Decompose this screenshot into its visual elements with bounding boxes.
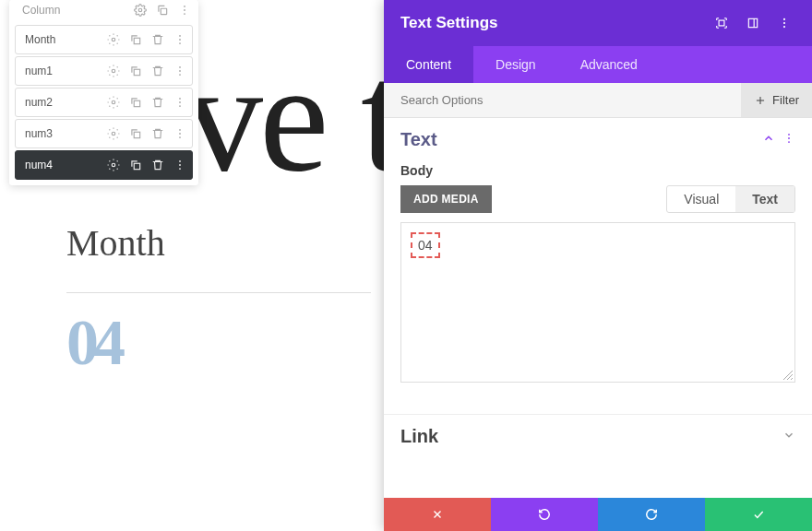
save-button[interactable]: [705, 498, 812, 531]
section-title-text: Text: [400, 129, 762, 150]
svg-point-36: [783, 22, 785, 24]
more-icon[interactable]: [172, 94, 188, 111]
duplicate-icon[interactable]: [127, 125, 144, 142]
svg-rect-33: [748, 18, 757, 27]
svg-point-41: [788, 137, 790, 139]
svg-point-27: [179, 160, 181, 162]
svg-point-29: [179, 168, 181, 170]
duplicate-icon[interactable]: [154, 2, 171, 18]
gear-icon[interactable]: [105, 125, 122, 142]
layer-row-num1[interactable]: num1: [15, 56, 193, 86]
tab-design[interactable]: Design: [473, 46, 558, 83]
svg-point-23: [179, 133, 181, 135]
svg-point-7: [179, 35, 181, 37]
resize-handle-icon[interactable]: [783, 371, 793, 380]
duplicate-icon[interactable]: [127, 31, 144, 48]
body-editor[interactable]: 04: [400, 222, 795, 383]
editor-tab-toggle: Visual Text: [666, 185, 795, 213]
month-number-display[interactable]: 04: [66, 306, 371, 380]
layers-panel: Column Month num1 num2: [9, 0, 198, 185]
layer-row-num4[interactable]: num4: [15, 150, 193, 180]
svg-rect-1: [161, 8, 166, 14]
trash-icon[interactable]: [149, 63, 166, 79]
svg-rect-16: [134, 100, 139, 106]
svg-point-10: [112, 69, 115, 73]
redo-button[interactable]: [598, 498, 705, 531]
svg-point-4: [184, 13, 185, 15]
svg-point-5: [112, 38, 115, 41]
page-content: Month 04: [66, 221, 371, 380]
add-media-button[interactable]: ADD MEDIA: [400, 185, 492, 213]
layers-column-header: Column: [9, 0, 198, 23]
discard-button[interactable]: [384, 498, 491, 531]
svg-point-15: [112, 100, 115, 104]
trash-icon[interactable]: [149, 125, 166, 142]
svg-line-30: [166, 317, 170, 323]
layer-row-num3[interactable]: num3: [15, 119, 193, 148]
text-section-header[interactable]: Text: [384, 118, 812, 159]
search-input[interactable]: [400, 93, 741, 107]
gear-icon[interactable]: [105, 63, 122, 79]
chevron-down-icon[interactable]: [782, 429, 795, 445]
panel-bottom-bar: [384, 498, 812, 531]
more-icon[interactable]: [172, 125, 188, 142]
svg-point-13: [179, 70, 181, 72]
duplicate-icon[interactable]: [127, 157, 144, 173]
panel-tabs: Content Design Advanced: [384, 46, 812, 83]
gear-icon[interactable]: [132, 2, 149, 18]
arrow-annotation-icon: [157, 310, 170, 323]
svg-point-12: [179, 66, 181, 68]
step-marker-1: 1: [341, 227, 354, 243]
more-icon[interactable]: [172, 157, 188, 173]
panel-body: Text Body ADD MEDIA Visual Text 04 Link: [384, 118, 812, 498]
dock-icon[interactable]: [742, 12, 764, 34]
tab-advanced[interactable]: Advanced: [558, 46, 660, 83]
section-title-link: Link: [400, 426, 782, 447]
layer-row-num2[interactable]: num2: [15, 88, 193, 117]
more-icon[interactable]: [172, 63, 188, 79]
duplicate-icon[interactable]: [127, 94, 144, 111]
tab-content[interactable]: Content: [384, 46, 473, 83]
layer-row-month[interactable]: Month: [15, 25, 193, 54]
more-icon[interactable]: [773, 12, 795, 34]
svg-point-8: [179, 39, 181, 41]
editor-text-value[interactable]: 04: [411, 232, 440, 258]
panel-header: Text Settings: [384, 0, 812, 46]
link-section-header[interactable]: Link: [384, 415, 812, 456]
text-tab[interactable]: Text: [735, 186, 794, 212]
gear-icon[interactable]: [105, 157, 122, 173]
svg-point-19: [179, 105, 181, 107]
background-text: ve t: [185, 28, 400, 207]
svg-point-22: [179, 129, 181, 131]
expand-icon[interactable]: [710, 12, 733, 34]
trash-icon[interactable]: [149, 94, 166, 111]
svg-point-2: [184, 6, 185, 7]
duplicate-icon[interactable]: [127, 63, 144, 79]
layer-label: Month: [25, 33, 105, 46]
svg-point-28: [179, 164, 181, 166]
svg-point-3: [184, 9, 185, 11]
svg-point-14: [179, 74, 181, 76]
svg-point-24: [179, 136, 181, 138]
svg-rect-11: [134, 69, 139, 75]
svg-point-20: [112, 132, 115, 136]
more-icon[interactable]: [782, 132, 795, 148]
svg-point-25: [112, 163, 115, 167]
search-row: Filter: [384, 83, 812, 118]
svg-point-9: [179, 42, 181, 44]
trash-icon[interactable]: [149, 157, 166, 173]
filter-button[interactable]: Filter: [741, 83, 812, 117]
svg-rect-26: [134, 163, 139, 169]
svg-point-37: [783, 26, 785, 28]
gear-icon[interactable]: [105, 31, 122, 48]
svg-rect-21: [134, 132, 139, 137]
undo-button[interactable]: [491, 498, 598, 531]
svg-rect-6: [134, 38, 139, 43]
gear-icon[interactable]: [105, 94, 122, 111]
body-label: Body: [400, 163, 795, 178]
trash-icon[interactable]: [149, 31, 166, 48]
chevron-up-icon[interactable]: [762, 132, 775, 148]
visual-tab[interactable]: Visual: [667, 186, 735, 212]
more-icon[interactable]: [176, 2, 193, 18]
more-icon[interactable]: [172, 31, 188, 48]
